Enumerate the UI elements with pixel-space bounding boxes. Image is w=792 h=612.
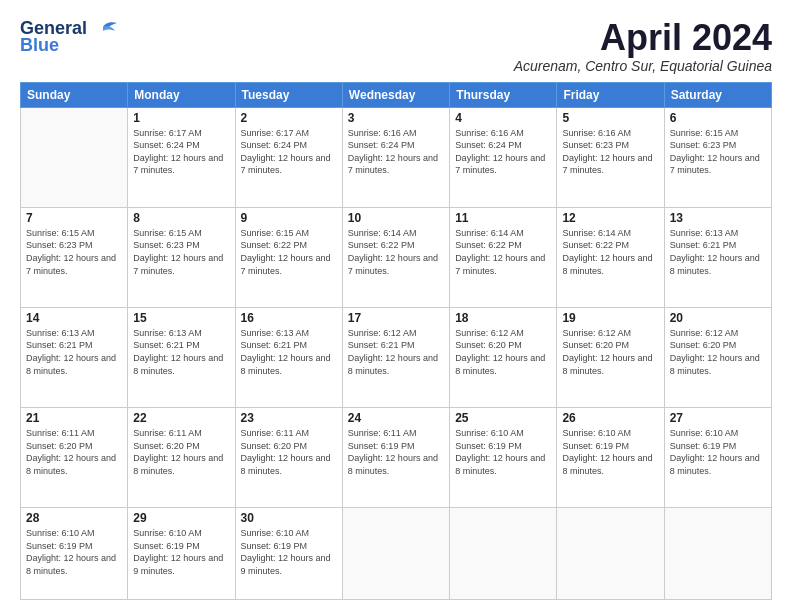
sunrise: Sunrise: 6:15 AM [241,227,337,240]
daylight: Daylight: 12 hours and 8 minutes. [348,452,444,477]
sunset: Sunset: 6:20 PM [455,339,551,352]
day-info: Sunrise: 6:10 AM Sunset: 6:19 PM Dayligh… [241,527,337,577]
sunset: Sunset: 6:20 PM [562,339,658,352]
sunset: Sunset: 6:22 PM [241,239,337,252]
logo-bird-icon [89,19,117,37]
sunrise: Sunrise: 6:12 AM [562,327,658,340]
daylight: Daylight: 12 hours and 8 minutes. [670,352,766,377]
table-row: 1 Sunrise: 6:17 AM Sunset: 6:24 PM Dayli… [128,107,235,207]
table-row: 2 Sunrise: 6:17 AM Sunset: 6:24 PM Dayli… [235,107,342,207]
daylight: Daylight: 12 hours and 8 minutes. [241,452,337,477]
day-number: 24 [348,411,444,425]
day-number: 29 [133,511,229,525]
sunset: Sunset: 6:24 PM [241,139,337,152]
sunrise: Sunrise: 6:11 AM [348,427,444,440]
day-number: 11 [455,211,551,225]
day-info: Sunrise: 6:15 AM Sunset: 6:23 PM Dayligh… [133,227,229,277]
day-info: Sunrise: 6:12 AM Sunset: 6:20 PM Dayligh… [562,327,658,377]
day-info: Sunrise: 6:10 AM Sunset: 6:19 PM Dayligh… [670,427,766,477]
logo: General Blue [20,18,117,56]
table-row: 3 Sunrise: 6:16 AM Sunset: 6:24 PM Dayli… [342,107,449,207]
table-row: 21 Sunrise: 6:11 AM Sunset: 6:20 PM Dayl… [21,407,128,507]
day-info: Sunrise: 6:10 AM Sunset: 6:19 PM Dayligh… [455,427,551,477]
sunrise: Sunrise: 6:10 AM [133,527,229,540]
day-info: Sunrise: 6:14 AM Sunset: 6:22 PM Dayligh… [348,227,444,277]
daylight: Daylight: 12 hours and 7 minutes. [562,152,658,177]
table-row: 15 Sunrise: 6:13 AM Sunset: 6:21 PM Dayl… [128,307,235,407]
sunrise: Sunrise: 6:16 AM [562,127,658,140]
table-row [342,508,449,600]
title-block: April 2024 Acurenam, Centro Sur, Equator… [514,18,772,74]
sunset: Sunset: 6:20 PM [241,440,337,453]
day-number: 20 [670,311,766,325]
sunset: Sunset: 6:21 PM [133,339,229,352]
sunrise: Sunrise: 6:15 AM [133,227,229,240]
daylight: Daylight: 12 hours and 8 minutes. [562,452,658,477]
daylight: Daylight: 12 hours and 8 minutes. [133,452,229,477]
day-number: 7 [26,211,122,225]
table-row: 9 Sunrise: 6:15 AM Sunset: 6:22 PM Dayli… [235,207,342,307]
table-row: 13 Sunrise: 6:13 AM Sunset: 6:21 PM Dayl… [664,207,771,307]
day-info: Sunrise: 6:13 AM Sunset: 6:21 PM Dayligh… [670,227,766,277]
page: General Blue April 2024 Acurenam, Centro… [0,0,792,612]
col-tuesday: Tuesday [235,82,342,107]
day-info: Sunrise: 6:11 AM Sunset: 6:20 PM Dayligh… [26,427,122,477]
sunset: Sunset: 6:24 PM [133,139,229,152]
sunrise: Sunrise: 6:14 AM [455,227,551,240]
daylight: Daylight: 12 hours and 7 minutes. [455,152,551,177]
table-row: 22 Sunrise: 6:11 AM Sunset: 6:20 PM Dayl… [128,407,235,507]
table-row [664,508,771,600]
table-row: 17 Sunrise: 6:12 AM Sunset: 6:21 PM Dayl… [342,307,449,407]
sunrise: Sunrise: 6:14 AM [348,227,444,240]
sunset: Sunset: 6:23 PM [670,139,766,152]
sunset: Sunset: 6:24 PM [455,139,551,152]
day-info: Sunrise: 6:12 AM Sunset: 6:20 PM Dayligh… [455,327,551,377]
day-number: 17 [348,311,444,325]
sunset: Sunset: 6:21 PM [348,339,444,352]
day-number: 3 [348,111,444,125]
day-number: 27 [670,411,766,425]
sunset: Sunset: 6:20 PM [670,339,766,352]
sunrise: Sunrise: 6:10 AM [241,527,337,540]
daylight: Daylight: 12 hours and 9 minutes. [241,552,337,577]
day-info: Sunrise: 6:14 AM Sunset: 6:22 PM Dayligh… [562,227,658,277]
day-number: 2 [241,111,337,125]
col-sunday: Sunday [21,82,128,107]
sunset: Sunset: 6:22 PM [562,239,658,252]
sunset: Sunset: 6:20 PM [26,440,122,453]
sunset: Sunset: 6:21 PM [26,339,122,352]
day-number: 5 [562,111,658,125]
sunset: Sunset: 6:22 PM [348,239,444,252]
table-row [450,508,557,600]
day-number: 15 [133,311,229,325]
day-info: Sunrise: 6:14 AM Sunset: 6:22 PM Dayligh… [455,227,551,277]
table-row [557,508,664,600]
table-row: 11 Sunrise: 6:14 AM Sunset: 6:22 PM Dayl… [450,207,557,307]
table-row: 6 Sunrise: 6:15 AM Sunset: 6:23 PM Dayli… [664,107,771,207]
sunset: Sunset: 6:19 PM [562,440,658,453]
sunset: Sunset: 6:19 PM [348,440,444,453]
day-info: Sunrise: 6:15 AM Sunset: 6:23 PM Dayligh… [670,127,766,177]
day-info: Sunrise: 6:10 AM Sunset: 6:19 PM Dayligh… [562,427,658,477]
sunrise: Sunrise: 6:11 AM [133,427,229,440]
subtitle: Acurenam, Centro Sur, Equatorial Guinea [514,58,772,74]
sunrise: Sunrise: 6:12 AM [348,327,444,340]
daylight: Daylight: 12 hours and 7 minutes. [241,252,337,277]
table-row: 8 Sunrise: 6:15 AM Sunset: 6:23 PM Dayli… [128,207,235,307]
table-row [21,107,128,207]
sunrise: Sunrise: 6:13 AM [670,227,766,240]
table-row: 20 Sunrise: 6:12 AM Sunset: 6:20 PM Dayl… [664,307,771,407]
table-row: 10 Sunrise: 6:14 AM Sunset: 6:22 PM Dayl… [342,207,449,307]
sunrise: Sunrise: 6:14 AM [562,227,658,240]
day-number: 30 [241,511,337,525]
col-wednesday: Wednesday [342,82,449,107]
table-row: 23 Sunrise: 6:11 AM Sunset: 6:20 PM Dayl… [235,407,342,507]
daylight: Daylight: 12 hours and 7 minutes. [26,252,122,277]
sunrise: Sunrise: 6:13 AM [133,327,229,340]
table-row: 30 Sunrise: 6:10 AM Sunset: 6:19 PM Dayl… [235,508,342,600]
month-title: April 2024 [514,18,772,58]
sunset: Sunset: 6:21 PM [670,239,766,252]
table-row: 18 Sunrise: 6:12 AM Sunset: 6:20 PM Dayl… [450,307,557,407]
day-number: 23 [241,411,337,425]
sunrise: Sunrise: 6:10 AM [455,427,551,440]
